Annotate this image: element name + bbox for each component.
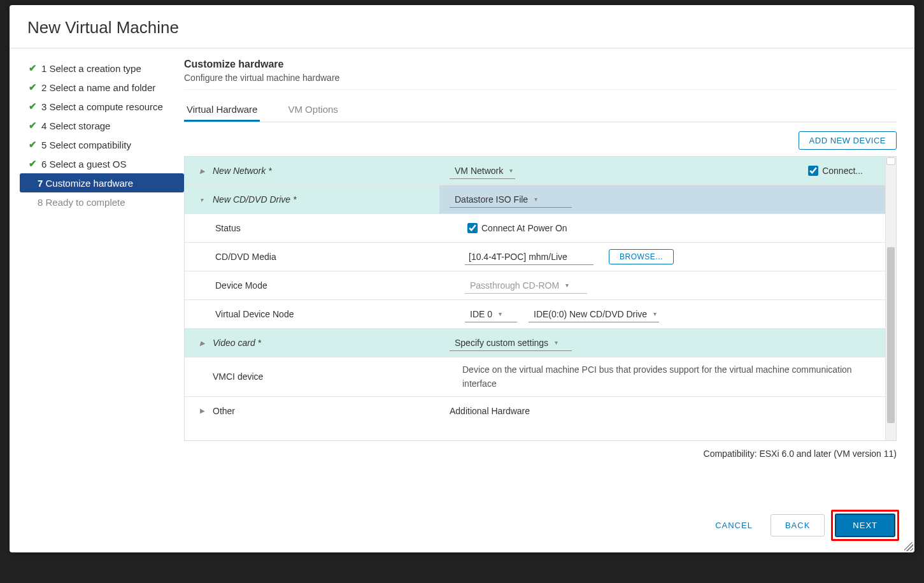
tab-virtual-hardware[interactable]: Virtual Hardware: [184, 96, 260, 122]
back-button[interactable]: BACK: [771, 514, 825, 536]
caret-down-icon: ▾: [200, 196, 209, 203]
video-settings-select[interactable]: Specify custom settings▾: [450, 335, 572, 351]
row-cddvd-mode: Device Mode Passthrough CD-ROM▾: [185, 271, 886, 300]
wizard-step-compatibility[interactable]: ✔5 Select compatibility: [20, 135, 184, 154]
modal-footer: CANCEL BACK NEXT: [10, 501, 914, 552]
chevron-down-icon: ▾: [565, 282, 569, 289]
network-connect-label: Connect...: [822, 166, 863, 176]
wizard-step-guest-os[interactable]: ✔6 Select a guest OS: [20, 154, 184, 173]
new-vm-modal: New Virtual Machine ✔1 Select a creation…: [10, 5, 914, 552]
check-icon: ✔: [29, 120, 38, 131]
check-icon: ✔: [29, 82, 38, 93]
device-toolbar: ADD NEW DEVICE: [184, 122, 897, 156]
check-icon: ✔: [29, 62, 38, 74]
cancel-button[interactable]: CANCEL: [704, 514, 764, 536]
wizard-step-customize-hw[interactable]: ✔7 Customize hardware: [20, 173, 184, 192]
chevron-down-icon: ▾: [499, 310, 502, 317]
hardware-scroll-area[interactable]: ▶New Network * VM Network▾ Connect... ▾N…: [185, 157, 886, 440]
check-icon: ✔: [29, 158, 38, 169]
row-video-card[interactable]: ▶Video card * Specify custom settings▾: [185, 329, 886, 357]
device-mode-select: Passthrough CD-ROM▾: [465, 278, 587, 294]
scrollbar[interactable]: [885, 157, 896, 440]
network-connect-checkbox[interactable]: [808, 166, 818, 176]
modal-title: New Virtual Machine: [10, 5, 914, 48]
row-cddvd-media: CD/DVD Media BROWSE...: [185, 243, 886, 271]
wizard-step-storage[interactable]: ✔4 Select storage: [20, 116, 184, 135]
chevron-down-icon: ▾: [509, 167, 513, 174]
next-highlight-box: NEXT: [831, 510, 899, 541]
row-other[interactable]: ▶Other Additional Hardware: [185, 397, 886, 425]
compatibility-text: Compatibility: ESXi 6.0 and later (VM ve…: [184, 441, 897, 459]
caret-right-icon: ▶: [200, 168, 209, 175]
scrollbar-thumb[interactable]: [887, 247, 895, 423]
ide-slot-select[interactable]: IDE(0:0) New CD/DVD Drive▾: [529, 306, 659, 322]
network-select[interactable]: VM Network▾: [450, 163, 515, 179]
pane-title: Customize hardware: [184, 59, 897, 70]
modal-body: ✔1 Select a creation type ✔2 Select a na…: [10, 48, 914, 501]
connect-power-on-checkbox[interactable]: [467, 223, 478, 233]
content-pane: Customize hardware Configure the virtual…: [184, 56, 897, 501]
row-vmci: VMCI device Device on the virtual machin…: [185, 357, 886, 397]
chevron-down-icon: ▾: [653, 310, 657, 317]
row-cddvd-node: Virtual Device Node IDE 0▾ IDE(0:0) New …: [185, 300, 886, 329]
add-new-device-button[interactable]: ADD NEW DEVICE: [799, 131, 897, 150]
row-cddvd-status: Status Connect At Power On: [185, 214, 886, 243]
row-cddvd[interactable]: ▾New CD/DVD Drive * Datastore ISO File▾: [185, 185, 886, 214]
chevron-down-icon: ▾: [534, 196, 537, 203]
check-icon: ✔: [29, 101, 38, 112]
cddvd-type-select[interactable]: Datastore ISO File▾: [450, 192, 572, 208]
next-button[interactable]: NEXT: [835, 514, 895, 537]
hardware-tabs: Virtual Hardware VM Options: [184, 96, 897, 122]
caret-right-icon: ▶: [200, 340, 209, 347]
ide-bus-select[interactable]: IDE 0▾: [465, 306, 517, 322]
hardware-table: ▶New Network * VM Network▾ Connect... ▾N…: [184, 156, 897, 441]
resize-grip-icon[interactable]: [904, 542, 913, 551]
wizard-step-ready: ✔8 Ready to complete: [20, 192, 184, 212]
check-icon: ✔: [29, 139, 38, 150]
wizard-step-compute[interactable]: ✔3 Select a compute resource: [20, 97, 184, 116]
chevron-down-icon: ▾: [555, 339, 558, 346]
row-new-network[interactable]: ▶New Network * VM Network▾ Connect...: [185, 157, 886, 185]
wizard-steps: ✔1 Select a creation type ✔2 Select a na…: [20, 56, 184, 501]
caret-right-icon: ▶: [200, 407, 209, 414]
pane-subtitle: Configure the virtual machine hardware: [184, 73, 897, 90]
cddvd-media-input[interactable]: [465, 249, 593, 265]
wizard-step-name-folder[interactable]: ✔2 Select a name and folder: [20, 78, 184, 97]
browse-button[interactable]: BROWSE...: [609, 249, 674, 264]
tab-vm-options[interactable]: VM Options: [285, 96, 340, 122]
wizard-step-creation-type[interactable]: ✔1 Select a creation type: [20, 59, 184, 78]
